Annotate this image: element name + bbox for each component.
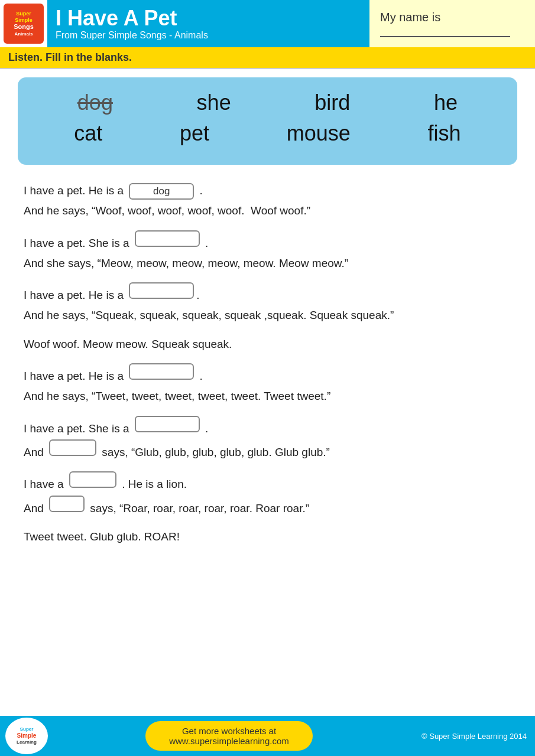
sentence-4-line-2: And he says, “Tweet, tweet, tweet, tweet… [24, 387, 511, 406]
sentence-6-line-2: And says, “Roar, roar, roar, roar, roar.… [24, 496, 511, 518]
footer-center-text: Get more worksheets atwww.supersimplelea… [169, 726, 289, 746]
word-cat: cat [68, 121, 108, 146]
sentence-3-line-1: I have a pet. He is a . [24, 282, 511, 305]
word-mouse: mouse [281, 121, 356, 146]
footer-center: Get more worksheets atwww.supersimplelea… [53, 721, 405, 751]
blank-6-pet[interactable] [69, 471, 116, 488]
blank-5-fish[interactable] [135, 416, 200, 432]
name-label: My name is [380, 11, 440, 24]
sentence-block-solo-2: Tweet tweet. Glub glub. ROAR! [24, 527, 511, 546]
sentence-4-text-after: . [196, 367, 203, 386]
sentence-4-text-before: I have a pet. He is a [24, 367, 127, 386]
sentence-5-text-after: . [202, 419, 209, 438]
sentence-block-2: I have a pet. She is a . And she says, “… [24, 230, 511, 273]
sentence-1-line-1: I have a pet. He is a dog . [24, 181, 511, 200]
header-title-area: I Have A Pet From Super Simple Songs - A… [47, 0, 369, 47]
sentence-block-5: I have a pet. She is a . And says, “Glub… [24, 416, 511, 462]
sentence-6-text-after: . He is a lion. [119, 475, 187, 494]
word-she: she [191, 90, 237, 115]
blank-2-cat[interactable] [135, 230, 200, 247]
sentence-5-and: And [24, 443, 47, 462]
sentence-5-line-1: I have a pet. She is a . [24, 416, 511, 438]
word-bank-row-1: dog she bird he [35, 90, 500, 115]
word-dog: dog [72, 90, 119, 115]
instructions-text: Listen. Fill in the blanks. [8, 51, 132, 63]
sentence-5-text-before: I have a pet. She is a [24, 419, 132, 438]
sentence-1-text-before: I have a pet. He is a [24, 181, 127, 200]
sentence-5-line-2: And says, “Glub, glub, glub, glub, glub.… [24, 439, 511, 462]
sentence-5-says: says, “Glub, glub, glub, glub, glub. Glu… [99, 443, 330, 462]
sentence-block-6: I have a . He is a lion. And says, “Roar… [24, 471, 511, 518]
sentence-2-text-after: . [202, 234, 209, 253]
sentence-block-4: I have a pet. He is a . And he says, “Tw… [24, 363, 511, 406]
blank-4-bird[interactable] [129, 363, 194, 380]
blank-1-dog[interactable]: dog [129, 183, 194, 200]
word-pet: pet [174, 121, 215, 146]
footer-copyright: © Super Simple Learning 2014 [405, 732, 535, 741]
page-footer: Super Simple Learning Get more worksheet… [0, 716, 535, 756]
copyright-text: © Super Simple Learning 2014 [421, 732, 527, 741]
name-box: My name is [369, 0, 535, 47]
solo-line-1: Woof woof. Meow meow. Squeak squeak. [24, 335, 511, 354]
page-header: SuperSimple Songs Animals I Have A Pet F… [0, 0, 535, 47]
word-fish: fish [422, 121, 467, 146]
sentence-3-line-2: And he says, “Squeak, squeak, squeak, sq… [24, 306, 511, 325]
word-bank-row-2: cat pet mouse fish [35, 121, 500, 146]
sentence-3-text-before: I have a pet. He is a [24, 286, 127, 305]
instructions-bar: Listen. Fill in the blanks. [0, 47, 535, 69]
sentence-2-line-2: And she says, “Meow, meow, meow, meow, m… [24, 254, 511, 273]
blank-6-he[interactable] [49, 496, 85, 512]
word-he: he [428, 90, 463, 115]
page-title: I Have A Pet [56, 6, 361, 30]
sentence-6-text-before: I have a [24, 475, 67, 494]
name-underline [380, 36, 510, 37]
footer-logo: Super Simple Learning [0, 714, 53, 756]
solo-line-2: Tweet tweet. Glub glub. ROAR! [24, 527, 511, 546]
sentence-2-text-before: I have a pet. She is a [24, 234, 132, 253]
sentence-6-line-1: I have a . He is a lion. [24, 471, 511, 494]
sentence-block-3: I have a pet. He is a . And he says, “Sq… [24, 282, 511, 325]
sentence-block-1: I have a pet. He is a dog . And he says,… [24, 181, 511, 221]
content-area: I have a pet. He is a dog . And he says,… [0, 175, 535, 562]
super-simple-logo: SuperSimple Songs Animals [4, 4, 44, 44]
footer-logo-inner: Super Simple Learning [5, 718, 48, 754]
header-logo: SuperSimple Songs Animals [0, 0, 47, 47]
sentence-1-line-2: And he says, “Woof, woof, woof, woof, wo… [24, 201, 511, 220]
sentence-2-line-1: I have a pet. She is a . [24, 230, 511, 253]
footer-oval: Get more worksheets atwww.supersimplelea… [145, 721, 313, 751]
sentence-6-and: And [24, 499, 47, 518]
blank-3-mouse[interactable] [129, 282, 194, 299]
word-bird: bird [309, 90, 356, 115]
sentence-block-solo-1: Woof woof. Meow meow. Squeak squeak. [24, 335, 511, 354]
sentence-4-line-1: I have a pet. He is a . [24, 363, 511, 386]
sentence-3-text-after: . [196, 286, 199, 305]
sentence-6-says: says, “Roar, roar, roar, roar, roar. Roa… [87, 499, 309, 518]
page-subtitle: From Super Simple Songs - Animals [56, 30, 361, 41]
word-bank: dog she bird he cat pet mouse fish [18, 77, 517, 165]
sentence-1-text-after: . [196, 181, 203, 200]
blank-5-she[interactable] [49, 439, 96, 456]
